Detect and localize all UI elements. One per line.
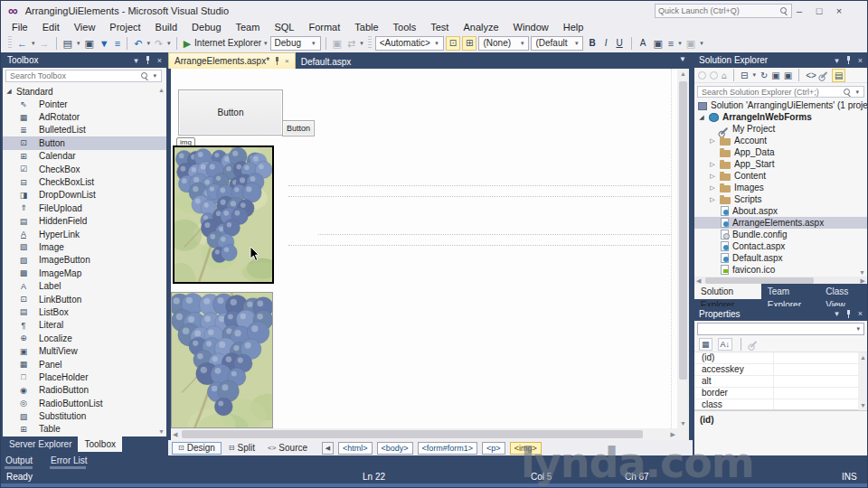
toolbox-item-panel[interactable]: ▦Panel	[3, 358, 166, 371]
tab-team-explorer[interactable]: Team Explorer	[761, 284, 820, 299]
toolbox-section-standard[interactable]: ◢ Standard	[3, 85, 166, 98]
collapsed-icon[interactable]: ▷	[709, 173, 716, 180]
property-value[interactable]	[774, 376, 867, 387]
design-button-small[interactable]: Button	[282, 120, 315, 136]
close-panel-icon[interactable]: ×	[157, 56, 162, 65]
toolbar-overflow-icon[interactable]: ▾	[359, 40, 364, 47]
menu-view[interactable]: View	[67, 21, 103, 33]
solution-config-dropdown[interactable]: Debug▾	[270, 36, 321, 51]
show-all-files-icon[interactable]: ▤	[832, 69, 845, 82]
toolbox-item-substitution[interactable]: ▨Substitution	[3, 409, 166, 422]
close-panel-icon[interactable]: ×	[858, 309, 863, 318]
toolbox-item-checkbox[interactable]: ☑CheckBox	[3, 163, 166, 175]
toolbox-item-image[interactable]: ▧Image	[3, 240, 166, 253]
sync-with-active-icon[interactable]: ▣	[771, 70, 779, 80]
window-position-dropdown-icon[interactable]: ▾	[835, 56, 839, 65]
tag-navigator-back-icon[interactable]: ◀	[322, 442, 334, 455]
tab-default-aspx[interactable]: Default.aspx	[296, 52, 357, 69]
formatting-overflow-icon[interactable]: ▾	[699, 40, 704, 47]
source-view-button[interactable]: <>Source	[262, 442, 313, 455]
menu-edit[interactable]: Edit	[35, 21, 67, 33]
toolbox-item-radiobutton[interactable]: ◉RadioButton	[3, 384, 166, 397]
toolbox-scroll-up-icon[interactable]: ▲	[158, 87, 165, 93]
quick-launch-box[interactable]	[655, 4, 792, 18]
redo-dropdown-icon[interactable]: ▾	[166, 40, 172, 47]
toolbar-grip[interactable]	[8, 36, 12, 50]
toolbox-item-radiobuttonlist[interactable]: ◎RadioButtonList	[3, 397, 166, 409]
tab-server-explorer[interactable]: Server Explorer	[3, 436, 78, 452]
tab-arrangeelements[interactable]: ArrangeElements.aspx* ×	[168, 52, 296, 69]
toolbox-search-input[interactable]	[10, 71, 137, 80]
collapsed-icon[interactable]: ▷	[709, 137, 716, 145]
toolbar-grip-2[interactable]	[368, 36, 372, 50]
alphabetical-icon[interactable]: A↓	[718, 338, 733, 351]
bold-button[interactable]: B	[585, 38, 599, 48]
tree-item-contact-aspx[interactable]: Contact.aspx	[694, 240, 867, 252]
undo-icon[interactable]: ↶	[132, 35, 144, 52]
tag-body[interactable]: <body>	[377, 442, 413, 455]
style-toggle-icon[interactable]: ⊡	[446, 36, 460, 51]
tree-item-arrangeelements-aspx[interactable]: ArrangeElements.aspx	[694, 217, 867, 229]
collapsed-icon[interactable]: ▷	[709, 184, 716, 192]
menu-debug[interactable]: Debug	[184, 21, 228, 33]
menu-format[interactable]: Format	[301, 21, 347, 33]
toolbox-item-hiddenfield[interactable]: ▤HiddenField	[3, 215, 166, 228]
solution-explorer-search-box[interactable]: ▾	[697, 86, 864, 98]
toolbox-item-calendar[interactable]: ⊞Calendar	[3, 150, 166, 163]
menu-team[interactable]: Team	[229, 21, 268, 33]
align-icon[interactable]: ≡	[666, 35, 675, 52]
find-icon[interactable]: ▣	[331, 35, 344, 52]
grape-image-second[interactable]	[171, 292, 273, 428]
property-row-id[interactable]: (id)	[694, 352, 867, 364]
grape-image-selected[interactable]	[173, 145, 274, 284]
property-row-accesskey[interactable]: accesskey	[694, 364, 867, 376]
properties-wrench-icon[interactable]	[821, 71, 828, 79]
editor-horizontal-scrollbar[interactable]: ◀ ▶	[171, 428, 677, 440]
tree-scroll-up-icon[interactable]: ▲	[859, 100, 865, 107]
toolbox-item-imagemap[interactable]: ▩ImageMap	[3, 267, 166, 279]
tab-pin-icon[interactable]	[274, 57, 280, 65]
pin-icon[interactable]	[845, 56, 852, 64]
toolbox-item-checkboxlist[interactable]: ⊟CheckBoxList	[3, 175, 166, 188]
window-position-dropdown-icon[interactable]: ▾	[134, 56, 138, 65]
menu-build[interactable]: Build	[148, 21, 184, 33]
tab-solution-explorer[interactable]: Solution Explorer	[694, 284, 761, 299]
quick-launch-input[interactable]	[658, 6, 779, 15]
tree-item-app-start[interactable]: ▷App_Start	[694, 158, 867, 170]
scroll-down-icon[interactable]: ▼	[680, 420, 686, 427]
pin-icon[interactable]	[145, 56, 151, 64]
undo-dropdown-icon[interactable]: ▾	[146, 40, 151, 47]
font-dropdown[interactable]: (Default▾	[531, 36, 583, 51]
toolbox-item-linkbutton[interactable]: ⊡LinkButton	[3, 293, 166, 305]
new-file-dropdown-icon[interactable]: ▾	[76, 40, 81, 47]
scroll-up-icon[interactable]: ▲	[680, 70, 686, 77]
tab-close-icon[interactable]: ×	[285, 57, 289, 65]
minimize-button[interactable]: –	[789, 1, 809, 21]
tab-toolbox[interactable]: Toolbox	[78, 436, 121, 452]
menu-tools[interactable]: Tools	[386, 21, 424, 33]
tab-error-list[interactable]: Error List	[48, 455, 90, 469]
collapsed-icon[interactable]: ▷	[709, 161, 716, 168]
editor-vertical-scrollbar[interactable]: ▲ ▼	[677, 69, 689, 428]
toolbox-scroll-down-icon[interactable]: ▼	[158, 428, 165, 435]
toolbox-item-dropdownlist[interactable]: ◨DropDownList	[3, 189, 166, 202]
scrollbar-thumb[interactable]	[705, 277, 814, 284]
tree-item-scripts[interactable]: ▷Scripts	[694, 193, 867, 205]
new-file-icon[interactable]: ▤	[61, 35, 74, 52]
font-color-button[interactable]: A	[637, 38, 650, 48]
underline-button[interactable]: U	[612, 38, 626, 48]
toolbox-item-fileupload[interactable]: ⇑FileUpload	[3, 202, 166, 214]
property-value[interactable]	[774, 352, 867, 363]
close-panel-icon[interactable]: ×	[858, 56, 863, 65]
search-dropdown-icon[interactable]: ▾	[152, 72, 157, 80]
tree-scroll-down-icon[interactable]: ▼	[859, 269, 865, 276]
save-all-icon[interactable]: ≡	[113, 35, 122, 52]
toolbox-item-button[interactable]: ⊡Button	[3, 136, 166, 149]
tag-p[interactable]: <p>	[482, 442, 505, 455]
section-expanded-icon[interactable]: ◢	[5, 88, 13, 95]
toolbox-item-table[interactable]: ⊞Table	[3, 423, 166, 436]
toolbox-item-imagebutton[interactable]: ▨ImageButton	[3, 254, 166, 267]
pending-changes-icon[interactable]: ▣	[784, 70, 792, 80]
toolbox-item-literal[interactable]: ¶Literal	[3, 319, 166, 332]
property-row-class[interactable]: class	[694, 399, 867, 410]
